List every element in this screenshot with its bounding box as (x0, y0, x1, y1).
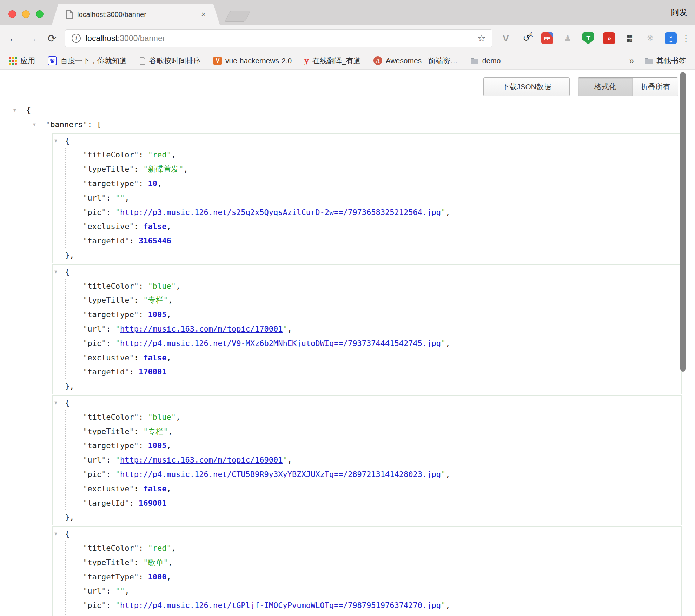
collapse-toggle-icon[interactable]: ▼ (54, 396, 57, 410)
json-line: "url": "http://music.163.com/m/topic/170… (53, 322, 681, 336)
json-line: }, (53, 510, 681, 525)
json-line: "targetType": 10, (53, 177, 681, 191)
forward-button[interactable]: → (25, 25, 40, 52)
json-line: ▼{ (0, 103, 695, 118)
json-line: "typeTitle": "专栏", (53, 425, 681, 439)
json-line: "pic": "http://p4.music.126.net/V9-MXz6b… (53, 336, 681, 351)
json-line: "titleColor": "blue", (53, 279, 681, 294)
json-line: "typeTitle": "新碟首发", (53, 162, 681, 177)
banner-object: ▼{"titleColor": "red","typeTitle": "新碟首发… (52, 133, 682, 263)
window-titlebar: localhost:3000/banner × 阿发 (0, 0, 695, 25)
folder-icon (470, 57, 479, 64)
json-line: "exclusive": false, (53, 613, 681, 616)
extensions-row: V ↺英 FE ♟ T » ▦▦▦▤ ❋ ⌄⌄ (500, 25, 677, 52)
apps-grid-icon (9, 57, 17, 65)
json-line: "exclusive": false, (53, 351, 681, 365)
json-line: }, (53, 248, 681, 263)
json-line: ▼{ (53, 396, 681, 410)
zoom-window-button[interactable] (36, 10, 44, 18)
translate-extension-icon[interactable]: ↺英 (521, 32, 532, 44)
bookmark-baidu[interactable]: 百度一下，你就知道 (48, 56, 127, 66)
collapse-toggle-icon[interactable]: ▼ (54, 134, 57, 148)
bookmark-star-icon[interactable]: ☆ (477, 33, 486, 44)
paw-extension-icon[interactable]: ❋ (644, 32, 656, 44)
json-url-link[interactable]: http://p3.music.126.net/s25q2x5QyqsAzilC… (120, 208, 441, 217)
json-url-link[interactable]: http://p4.music.126.net/CTU5B9R9y3XyYBZX… (120, 470, 441, 479)
youdao-icon: y (304, 55, 309, 66)
collapse-toggle-icon[interactable]: ▼ (33, 118, 36, 132)
bookmarks-overflow-chevron[interactable]: » (629, 56, 634, 66)
json-line: "targetType": 1005, (53, 439, 681, 453)
json-url-link[interactable]: http://p4.music.126.net/V9-MXz6b2MNhEKju… (120, 339, 441, 348)
bookmark-youdao[interactable]: y 在线翻译_有道 (304, 55, 361, 66)
json-line: ▼"banners": [ (0, 118, 695, 132)
other-bookmarks-folder[interactable]: 其他书签 (644, 56, 686, 66)
json-tree: ▼{▼"banners": [▼{"titleColor": "red","ty… (0, 70, 695, 616)
tab-close-icon[interactable]: × (201, 10, 206, 19)
browser-toolbar: ← → ⟳ i localhost:3000/banner ☆ V ↺英 FE … (0, 25, 695, 52)
vue-icon: V (213, 57, 222, 65)
profile-name[interactable]: 阿发 (671, 7, 687, 18)
json-line: "targetId": 3165446 (53, 234, 681, 248)
collapse-toggle-icon[interactable]: ▼ (54, 265, 57, 279)
page-icon (139, 57, 146, 65)
green-shield-extension-icon[interactable]: T (582, 32, 594, 44)
blue-shield-extension-icon[interactable]: ⌄⌄ (665, 32, 677, 44)
json-line: "targetId": 170001 (53, 365, 681, 379)
awesomes-icon: A (373, 56, 382, 65)
json-line: "titleColor": "blue", (53, 410, 681, 425)
json-line: "pic": "http://p4.music.126.net/tGPljf-I… (53, 598, 681, 613)
new-tab-button[interactable] (224, 11, 251, 22)
json-line: "targetType": 1000, (53, 570, 681, 584)
banner-object: ▼{"titleColor": "blue","typeTitle": "专栏"… (52, 264, 682, 394)
json-url-link[interactable]: http://music.163.com/m/topic/169001 (120, 456, 283, 464)
bookmark-demo-folder[interactable]: demo (470, 57, 501, 65)
bookmarks-bar: 应用 百度一下，你就知道 谷歌按时间排序 V vue-hackernews-2.… (0, 52, 695, 70)
json-line: "targetId": 169001 (53, 496, 681, 511)
url-text: localhost:3000/banner (86, 34, 165, 43)
json-line: "exclusive": false, (53, 219, 681, 234)
json-line: "typeTitle": "歌单", (53, 556, 681, 570)
address-bar[interactable]: i localhost:3000/banner ☆ (65, 29, 492, 47)
bookmark-apps[interactable]: 应用 (9, 56, 35, 66)
banner-object: ▼{"titleColor": "blue","typeTitle": "专栏"… (52, 395, 682, 525)
scrollbar-thumb[interactable] (680, 72, 686, 372)
json-line: "titleColor": "red", (53, 541, 681, 556)
json-line: "titleColor": "red", (53, 148, 681, 162)
json-line: ▼{ (53, 134, 681, 148)
json-line: "typeTitle": "专栏", (53, 293, 681, 308)
baidu-paw-icon (48, 56, 57, 65)
page-content: 下载JSON数据 格式化 折叠所有 ▼{▼"banners": [▼{"titl… (0, 70, 695, 616)
bookmark-awesomes[interactable]: A Awesomes - 前端资… (373, 56, 458, 66)
json-url-link[interactable]: http://music.163.com/m/topic/170001 (120, 325, 283, 333)
browser-tab[interactable]: localhost:3000/banner × (52, 4, 220, 25)
reload-button[interactable]: ⟳ (44, 25, 60, 52)
close-window-button[interactable] (8, 10, 16, 18)
json-line: "pic": "http://p3.music.126.net/s25q2x5Q… (53, 205, 681, 220)
json-line: "url": "", (53, 191, 681, 205)
json-line: }, (53, 379, 681, 394)
collapse-toggle-icon[interactable]: ▼ (13, 103, 16, 118)
fast-forward-extension-icon[interactable]: » (603, 32, 615, 44)
back-button[interactable]: ← (6, 25, 21, 52)
json-line: "exclusive": false, (53, 482, 681, 496)
json-line: ▼{ (53, 265, 681, 279)
collapse-toggle-icon[interactable]: ▼ (54, 527, 57, 541)
fe-extension-icon[interactable]: FE (541, 32, 553, 44)
json-url-link[interactable]: http://p4.music.126.net/tGPljf-IMOCyPvum… (120, 601, 441, 610)
folder-icon (644, 57, 653, 64)
page-favicon-icon (66, 10, 73, 19)
person-extension-icon[interactable]: ♟ (562, 32, 574, 44)
site-info-icon[interactable]: i (72, 34, 81, 43)
qr-code-extension-icon[interactable]: ▦▦▦▤ (624, 32, 636, 44)
minimize-window-button[interactable] (22, 10, 30, 18)
chrome-menu-icon[interactable]: ⋮ (682, 25, 690, 52)
json-line: ▼{ (53, 527, 681, 541)
indent-guide (29, 119, 29, 616)
bookmark-vue-hackernews[interactable]: V vue-hackernews-2.0 (213, 57, 292, 65)
banner-object: ▼{"titleColor": "red","typeTitle": "歌单",… (52, 526, 682, 616)
json-line: "url": "", (53, 584, 681, 598)
vue-devtools-icon[interactable]: V (500, 32, 512, 44)
traffic-lights (8, 10, 44, 18)
bookmark-google-sort[interactable]: 谷歌按时间排序 (139, 56, 201, 66)
